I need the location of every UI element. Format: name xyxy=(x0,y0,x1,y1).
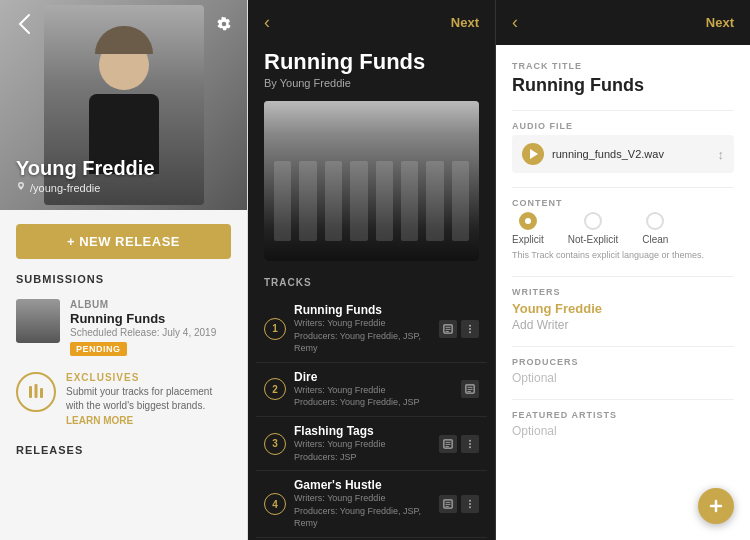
svg-point-8 xyxy=(469,328,471,330)
track-info-1: Running Funds Writers: Young Freddie Pro… xyxy=(294,303,431,355)
track-actions-1 xyxy=(439,320,479,338)
divider-2 xyxy=(512,187,734,188)
track-actions-4 xyxy=(439,495,479,513)
track-edit-icon-3[interactable] xyxy=(439,435,457,453)
track-edit-icon-1[interactable] xyxy=(439,320,457,338)
panel2-next-button[interactable]: Next xyxy=(451,15,479,30)
panel2-back-button[interactable]: ‹ xyxy=(264,12,270,33)
exclusives-text: EXCLUSIVES Submit your tracks for placem… xyxy=(66,372,231,426)
track-info-2: Dire Writers: Young Freddie Producers: Y… xyxy=(294,370,453,409)
divider-1 xyxy=(512,110,734,111)
submission-info: ALBUM Running Funds Scheduled Release: J… xyxy=(70,299,231,356)
fader-2 xyxy=(299,161,316,241)
submission-badge: PENDING xyxy=(70,342,127,356)
svg-marker-35 xyxy=(530,149,538,159)
track-writers-4: Writers: Young Freddie xyxy=(294,492,431,505)
track-item-3[interactable]: 3 Flashing Tags Writers: Young Freddie P… xyxy=(256,417,487,471)
track-info-3: Flashing Tags Writers: Young Freddie Pro… xyxy=(294,424,431,463)
content-option-not-explicit[interactable]: Not-Explicit xyxy=(568,212,619,245)
svg-rect-2 xyxy=(40,388,43,398)
track-title-value: Running Funds xyxy=(512,75,734,96)
track-item-1[interactable]: 1 Running Funds Writers: Young Freddie P… xyxy=(256,296,487,363)
submission-title: Running Funds xyxy=(70,311,231,326)
writer-name: Young Freddie xyxy=(512,301,734,316)
writers-label: WRITERS xyxy=(512,287,734,297)
track-edit-icon-2[interactable] xyxy=(461,380,479,398)
track-number-4: 4 xyxy=(264,493,286,515)
exclusives-label: EXCLUSIVES xyxy=(66,372,231,383)
clean-label: Clean xyxy=(642,234,668,245)
submission-item[interactable]: ALBUM Running Funds Scheduled Release: J… xyxy=(0,293,247,362)
track-more-icon-4[interactable] xyxy=(461,495,479,513)
sil-hat xyxy=(95,26,153,54)
radio-explicit[interactable] xyxy=(519,212,537,230)
track-name-3: Flashing Tags xyxy=(294,424,431,438)
fab-button[interactable] xyxy=(698,488,734,524)
thumb-inner xyxy=(16,299,60,343)
learn-more-link[interactable]: LEARN MORE xyxy=(66,415,231,426)
featured-optional: Optional xyxy=(512,424,734,438)
album-title: Running Funds xyxy=(264,49,479,75)
track-actions-2 xyxy=(461,380,479,398)
track-more-icon-3[interactable] xyxy=(461,435,479,453)
album-title-area: Running Funds By Young Freddie xyxy=(248,45,495,101)
not-explicit-label: Not-Explicit xyxy=(568,234,619,245)
svg-point-25 xyxy=(469,500,471,502)
avatar-silhouette xyxy=(84,40,164,170)
divider-3 xyxy=(512,276,734,277)
content-options-row: Explicit Not-Explicit Clean xyxy=(512,212,734,245)
svg-point-9 xyxy=(469,331,471,333)
producers-section: PRODUCERS Optional xyxy=(512,357,734,385)
track-item-4[interactable]: 4 Gamer's Hustle Writers: Young Freddie … xyxy=(256,471,487,538)
panel3-next-button[interactable]: Next xyxy=(706,15,734,30)
producers-optional: Optional xyxy=(512,371,734,385)
writers-section: WRITERS Young Freddie Add Writer xyxy=(512,287,734,332)
submission-date: Scheduled Release: July 4, 2019 xyxy=(70,327,231,338)
exclusives-section: EXCLUSIVES Submit your tracks for placem… xyxy=(16,372,231,426)
fader-3 xyxy=(325,161,342,241)
radio-clean[interactable] xyxy=(646,212,664,230)
content-note: This Track contains explicit language or… xyxy=(512,249,734,262)
album-cover xyxy=(264,101,479,261)
radio-not-explicit[interactable] xyxy=(584,212,602,230)
back-button[interactable] xyxy=(12,12,36,36)
track-title-label: TRACK TITLE xyxy=(512,61,734,71)
mixer-faders xyxy=(274,161,469,241)
track-edit-icon-4[interactable] xyxy=(439,495,457,513)
panel-profile: Young Freddie /young-freddie + NEW RELEA… xyxy=(0,0,248,540)
new-release-button[interactable]: + NEW RELEASE xyxy=(16,224,231,259)
settings-button[interactable] xyxy=(212,12,236,36)
audio-expand-icon[interactable]: ↕ xyxy=(718,147,725,162)
fader-5 xyxy=(376,161,393,241)
fader-7 xyxy=(426,161,443,241)
track-more-icon-1[interactable] xyxy=(461,320,479,338)
submission-type: ALBUM xyxy=(70,299,231,310)
panel2-header: ‹ Next xyxy=(248,0,495,45)
content-option-explicit[interactable]: Explicit xyxy=(512,212,544,245)
audio-file-label: AUDIO FILE xyxy=(512,121,734,131)
artist-handle: /young-freddie xyxy=(16,182,155,194)
track-item-2[interactable]: 2 Dire Writers: Young Freddie Producers:… xyxy=(256,363,487,417)
track-number-1: 1 xyxy=(264,318,286,340)
fader-8 xyxy=(452,161,469,241)
panel3-footer xyxy=(496,480,750,540)
add-writer-link[interactable]: Add Writer xyxy=(512,318,734,332)
content-label: CONTENT xyxy=(512,198,734,208)
featured-artists-label: FEATURED ARTISTS xyxy=(512,410,734,420)
panel-track-detail: ‹ Next TRACK TITLE Running Funds AUDIO F… xyxy=(496,0,750,540)
svg-point-18 xyxy=(469,439,471,441)
svg-point-26 xyxy=(469,503,471,505)
track-writers-2: Writers: Young Freddie xyxy=(294,384,453,397)
fader-4 xyxy=(350,161,367,241)
panel3-back-button[interactable]: ‹ xyxy=(512,12,518,33)
explicit-label: Explicit xyxy=(512,234,544,245)
audio-filename: running_funds_V2.wav xyxy=(552,148,710,160)
track-name-1: Running Funds xyxy=(294,303,431,317)
content-option-clean[interactable]: Clean xyxy=(642,212,668,245)
track-name-4: Gamer's Hustle xyxy=(294,478,431,492)
profile-section: Young Freddie /young-freddie xyxy=(0,0,248,210)
producers-label: PRODUCERS xyxy=(512,357,734,367)
track-producers-3: Producers: JSP xyxy=(294,451,431,464)
play-button[interactable] xyxy=(522,143,544,165)
audio-file-row: running_funds_V2.wav ↕ xyxy=(512,135,734,173)
